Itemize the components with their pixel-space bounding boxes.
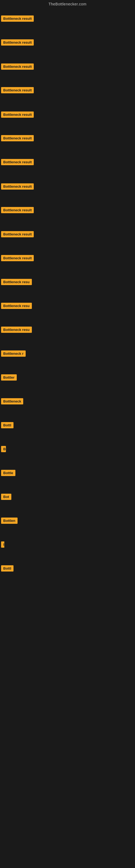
bottleneck-badge-label-16: Bottler	[1, 374, 17, 380]
bottleneck-badge-21: Bot	[1, 494, 11, 501]
bottleneck-badge-14: Bottleneck resu	[1, 327, 32, 334]
bottleneck-badge-18: Bottl	[1, 422, 13, 429]
bottleneck-badge-label-23: I	[1, 541, 4, 548]
bottleneck-badge-2: Bottleneck result	[1, 39, 34, 46]
bottleneck-badge-22: Bottlen	[1, 518, 17, 525]
bottleneck-badge-23: I	[1, 541, 4, 549]
bottleneck-badge-label-6: Bottleneck result	[1, 135, 34, 141]
bottleneck-badge-label-15: Bottleneck r	[1, 350, 26, 357]
bottleneck-badge-label-2: Bottleneck result	[1, 39, 34, 45]
bottleneck-badge-1: Bottleneck result	[1, 16, 34, 23]
bottleneck-badge-label-19: B	[1, 446, 6, 452]
bottleneck-badge-11: Bottleneck result	[1, 255, 34, 262]
bottleneck-badge-12: Bottleneck resu	[1, 279, 32, 286]
bottleneck-badge-label-7: Bottleneck result	[1, 159, 34, 165]
bottleneck-badge-20: Bottle	[1, 470, 15, 477]
bottleneck-badge-9: Bottleneck result	[1, 207, 34, 214]
bottleneck-badge-6: Bottleneck result	[1, 135, 34, 143]
bottleneck-badge-10: Bottleneck result	[1, 231, 34, 239]
bottleneck-badge-5: Bottleneck result	[1, 112, 34, 119]
bottleneck-badge-label-11: Bottleneck result	[1, 255, 34, 261]
bottleneck-badge-label-9: Bottleneck result	[1, 207, 34, 213]
bottleneck-badge-label-22: Bottlen	[1, 518, 17, 524]
bottleneck-badge-15: Bottleneck r	[1, 350, 26, 358]
bottleneck-badge-7: Bottleneck result	[1, 159, 34, 166]
bottleneck-badge-label-24: Bottl	[1, 565, 13, 571]
bottleneck-badge-label-8: Bottleneck result	[1, 183, 34, 190]
bottleneck-badge-24: Bottl	[1, 565, 13, 572]
bottleneck-badge-19: B	[1, 446, 6, 453]
bottleneck-badge-label-20: Bottle	[1, 470, 15, 476]
bottleneck-badge-label-5: Bottleneck result	[1, 112, 34, 118]
bottleneck-badge-label-10: Bottleneck result	[1, 231, 34, 237]
bottleneck-badge-label-13: Bottleneck resu	[1, 303, 32, 309]
bottleneck-badge-label-21: Bot	[1, 494, 11, 500]
bottleneck-badge-label-12: Bottleneck resu	[1, 279, 32, 285]
badges-container: Bottleneck resultBottleneck resultBottle…	[0, 0, 135, 868]
bottleneck-badge-8: Bottleneck result	[1, 183, 34, 191]
bottleneck-badge-4: Bottleneck result	[1, 87, 34, 94]
bottleneck-badge-label-3: Bottleneck result	[1, 63, 34, 70]
bottleneck-badge-16: Bottler	[1, 374, 17, 382]
bottleneck-badge-label-4: Bottleneck result	[1, 87, 34, 93]
bottleneck-badge-3: Bottleneck result	[1, 63, 34, 71]
bottleneck-badge-label-14: Bottleneck resu	[1, 327, 32, 333]
bottleneck-badge-label-17: Bottleneck	[1, 398, 23, 404]
bottleneck-badge-label-18: Bottl	[1, 422, 13, 428]
bottleneck-badge-17: Bottleneck	[1, 398, 23, 405]
bottleneck-badge-label-1: Bottleneck result	[1, 16, 34, 22]
bottleneck-badge-13: Bottleneck resu	[1, 303, 32, 310]
